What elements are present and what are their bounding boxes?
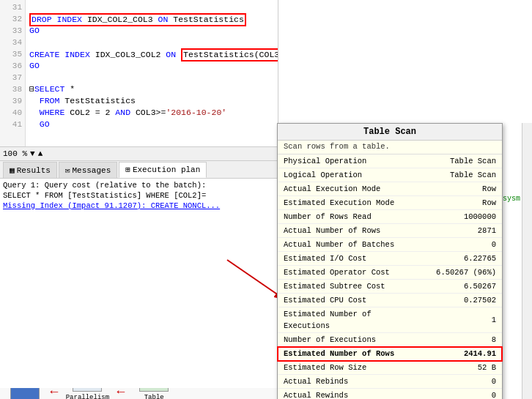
tab-results[interactable]: ▦ Results [3, 162, 57, 178]
row-label: Actual Rewinds [278, 389, 413, 400]
row-label: Actual Rebinds [278, 375, 413, 389]
zoom-toolbar: 100 % ▼ ▲ [0, 146, 278, 161]
popup-table: Physical Operation Table Scan Logical Op… [278, 154, 502, 399]
code-editor[interactable]: 31 32 33 34 35 36 37 38 39 40 41 DROP IN… [0, 0, 278, 146]
row-value: 52 B [413, 361, 502, 375]
zoom-down-icon[interactable]: ▼ [30, 149, 35, 158]
row-label: Estimated Number of Rows [278, 347, 413, 361]
table-row: Actual Number of Rows 2871 [278, 224, 502, 238]
code-line-37 [29, 72, 275, 83]
parallelism-node-label: Parallelism(Gather Streams)Cost: 4 % [65, 393, 109, 399]
tab-results-label: Results [17, 163, 51, 179]
row-label: Actual Number of Rows [278, 224, 413, 238]
code-line-36: GO [29, 60, 275, 72]
row-label: Logical Operation [278, 168, 413, 182]
query-line3: Missing Index (Impact 91.1207): CREATE N… [3, 201, 276, 211]
select-node-icon: SELECT [10, 388, 40, 399]
grid-icon: ▦ [10, 163, 15, 179]
table-row: Physical Operation Table Scan [278, 154, 502, 168]
table-row: Logical Operation Table Scan [278, 168, 502, 182]
row-value: 6.50267 [413, 280, 502, 294]
plan-icon: ⊞ [125, 162, 130, 178]
results-area: Query 1: Query cost (relative to the bat… [0, 179, 278, 399]
table-row: Number of Rows Read 1000000 [278, 210, 502, 224]
message-icon: ✉ [65, 163, 70, 179]
zoom-up-icon[interactable]: ▲ [38, 149, 43, 158]
tablescan-node-icon: 📋 [139, 388, 169, 392]
table-row: Actual Execution Mode Row [278, 182, 502, 196]
arrow-1: ← [51, 388, 59, 399]
row-value: 1 [413, 307, 502, 333]
tab-messages-label: Messages [72, 163, 111, 179]
row-value: 2414.91 [413, 347, 502, 361]
row-label: Estimated Execution Mode [278, 196, 413, 210]
table-row: Estimated I/O Cost 6.22765 [278, 252, 502, 266]
code-line-41: GO [29, 119, 275, 130]
tablescan-node-label: Table Sca...[TestStatist...Cost: 96 [132, 393, 176, 399]
query-line2: SELECT * FROM [TestStatistics] WHERE [CO… [3, 190, 276, 201]
table-row: Estimated Row Size 52 B [278, 361, 502, 375]
row-label: Number of Rows Read [278, 210, 413, 224]
popup-title: Table Scan [278, 124, 502, 141]
plan-node-tablescan[interactable]: 📋 Table Sca...[TestStatist...Cost: 96 [132, 388, 176, 399]
code-line-35: CREATE INDEX IDX_COL3_COL2 ON TestStatis… [29, 48, 275, 60]
table-row: Estimated Operator Cost 6.50267 (96%) [278, 266, 502, 280]
code-line-34 [29, 37, 275, 48]
tab-plan-label: Execution plan [133, 162, 200, 178]
tab-messages[interactable]: ✉ Messages [59, 162, 117, 178]
query-info: Query 1: Query cost (relative to the bat… [0, 179, 278, 212]
row-label: Estimated I/O Cost [278, 252, 413, 266]
table-row: Estimated Number of Executions 1 [278, 307, 502, 333]
table-row: Number of Executions 8 [278, 333, 502, 347]
code-content: DROP INDEX IDX_COL2_COL3 ON TestStatisti… [26, 0, 278, 132]
code-line-40: WHERE COL2 = 2 AND COL3>='2016-10-20' [29, 107, 275, 119]
line-numbers: 31 32 33 34 35 36 37 38 39 40 41 [0, 0, 26, 146]
row-value: Table Scan [413, 168, 502, 182]
row-label: Number of Executions [278, 333, 413, 347]
table-row: Actual Rewinds 0 [278, 389, 502, 400]
sysm-label: sysm [503, 195, 520, 203]
parallelism-node-icon: ⬇ [73, 388, 102, 392]
zoom-level: 100 % [3, 149, 27, 158]
tab-execution-plan[interactable]: ⊞ Execution plan [119, 162, 207, 178]
row-value: 2871 [413, 224, 502, 238]
row-value: 0 [413, 389, 502, 400]
table-row: Estimated Subtree Cost 6.50267 [278, 280, 502, 294]
plan-node-parallelism[interactable]: ⬇ Parallelism(Gather Streams)Cost: 4 % [65, 388, 109, 399]
plan-node-select[interactable]: SELECT SELECTCost: 0 % [7, 388, 43, 399]
code-line-39: FROM TestStatistics [29, 95, 275, 107]
row-label: Estimated Operator Cost [278, 266, 413, 280]
row-value: 0.27502 [413, 294, 502, 307]
row-label: Estimated Subtree Cost [278, 280, 413, 294]
arrow-2: ← [117, 388, 125, 399]
row-label: Estimated Row Size [278, 361, 413, 375]
right-scrollbar[interactable] [522, 123, 532, 399]
table-row-highlighted: Estimated Number of Rows 2414.91 [278, 347, 502, 361]
row-value: Row [413, 182, 502, 196]
row-value: 0 [413, 375, 502, 389]
row-label: Actual Execution Mode [278, 182, 413, 196]
row-value: Table Scan [413, 154, 502, 168]
code-line-31 [29, 1, 275, 13]
table-row: Actual Number of Batches 0 [278, 238, 502, 252]
row-label: Estimated CPU Cost [278, 294, 413, 307]
execution-plan-area: SELECT SELECTCost: 0 % ← ⬇ Parallelism(G… [0, 388, 278, 399]
code-line-33: GO [29, 25, 275, 37]
row-value: Row [413, 196, 502, 210]
row-value: 6.50267 (96%) [413, 266, 502, 280]
tabs-area: ▦ Results ✉ Messages ⊞ Execution plan [0, 161, 278, 179]
table-row: Estimated Execution Mode Row [278, 196, 502, 210]
row-value: 6.22765 [413, 252, 502, 266]
table-row: Actual Rebinds 0 [278, 375, 502, 389]
code-line-38: ⊟SELECT * [29, 83, 275, 95]
table-row: Estimated CPU Cost 0.27502 [278, 294, 502, 307]
query-line1: Query 1: Query cost (relative to the bat… [3, 180, 276, 190]
popup-subtitle: Scan rows from a table. [278, 141, 502, 154]
row-label: Actual Number of Batches [278, 238, 413, 252]
row-value: 0 [413, 238, 502, 252]
code-line-32: DROP INDEX IDX_COL2_COL3 ON TestStatisti… [29, 13, 275, 25]
row-label: Estimated Number of Executions [278, 307, 413, 333]
row-label: Physical Operation [278, 154, 413, 168]
row-value: 8 [413, 333, 502, 347]
row-value: 1000000 [413, 210, 502, 224]
